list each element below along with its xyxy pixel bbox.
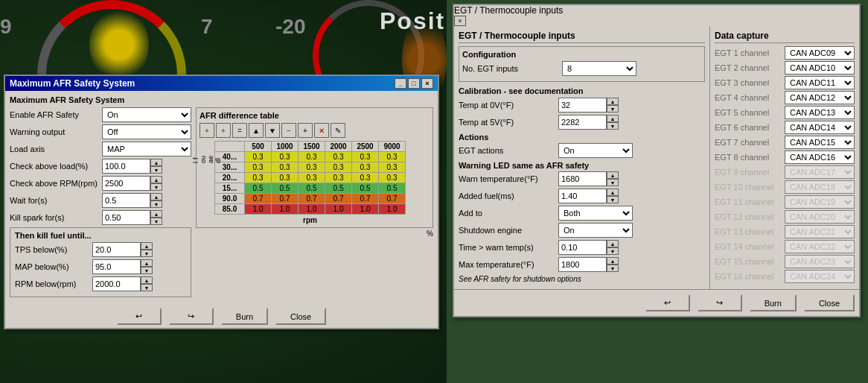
- add-to-select[interactable]: BothInjector 1Injector 2: [558, 206, 633, 221]
- check-rpm-input[interactable]: 2500: [102, 176, 150, 191]
- diff-cell-3-1[interactable]: 0.5: [272, 183, 299, 194]
- diff-cell-1-2[interactable]: 0.3: [299, 162, 325, 173]
- tps-up[interactable]: ▲: [141, 242, 153, 250]
- diff-cell-0-3[interactable]: 0.3: [325, 152, 352, 162]
- diff-cell-2-1[interactable]: 0.3: [272, 173, 299, 183]
- diff-cell-0-2[interactable]: 0.3: [299, 152, 325, 162]
- warn-temp-down[interactable]: ▼: [607, 179, 619, 186]
- map-down[interactable]: ▼: [141, 267, 153, 274]
- afr-burn-btn[interactable]: Burn: [221, 308, 268, 325]
- channel-select-7[interactable]: CAN ADC16: [785, 151, 855, 164]
- diff-cell-2-4[interactable]: 0.3: [352, 173, 379, 183]
- diff-cell-5-5[interactable]: 1.0: [379, 204, 406, 215]
- temp-0v-down[interactable]: ▼: [607, 105, 619, 113]
- diff-cell-4-1[interactable]: 0.7: [272, 194, 299, 204]
- egt-close-btn[interactable]: ×: [454, 16, 466, 26]
- diff-cell-5-3[interactable]: 1.0: [325, 204, 352, 215]
- afr-minimize-btn[interactable]: _: [395, 78, 406, 89]
- warn-temp-up[interactable]: ▲: [607, 171, 619, 179]
- diff-cell-2-3[interactable]: 0.3: [325, 173, 352, 183]
- kill-spark-down[interactable]: ▼: [150, 218, 162, 225]
- diff-cell-2-0[interactable]: 0.3: [245, 173, 272, 183]
- map-input[interactable]: 95.0: [92, 259, 141, 274]
- diff-cell-0-4[interactable]: 0.3: [352, 152, 379, 162]
- channel-select-6[interactable]: CAN ADC15: [785, 136, 855, 149]
- afr-close-btn[interactable]: ×: [421, 78, 433, 89]
- check-rpm-up[interactable]: ▲: [150, 176, 162, 183]
- check-rpm-down[interactable]: ▼: [150, 183, 162, 191]
- diff-cell-4-4[interactable]: 0.7: [352, 194, 379, 204]
- channel-select-0[interactable]: CAN ADC09: [785, 46, 855, 60]
- temp-5v-down[interactable]: ▼: [607, 122, 619, 130]
- temp-0v-input[interactable]: [558, 98, 607, 113]
- diff-cell-5-2[interactable]: 1.0: [299, 204, 325, 215]
- egt-close-main-btn[interactable]: Close: [804, 294, 855, 311]
- wait-up[interactable]: ▲: [150, 193, 162, 200]
- temp-0v-up[interactable]: ▲: [607, 98, 619, 105]
- added-fuel-down[interactable]: ▼: [607, 196, 619, 203]
- load-select[interactable]: MAPTPS: [102, 142, 191, 156]
- diff-cell-4-2[interactable]: 0.7: [299, 194, 325, 204]
- rpm-below-input[interactable]: 2000.0: [92, 276, 141, 291]
- warn-temp-input[interactable]: [558, 171, 607, 186]
- diff-cell-3-5[interactable]: 0.5: [379, 183, 406, 194]
- rpm-below-down[interactable]: ▼: [141, 284, 153, 291]
- diff-cell-0-1[interactable]: 0.3: [272, 152, 299, 162]
- rpm-below-up[interactable]: ▲: [141, 276, 153, 284]
- diff-btn-equals[interactable]: =: [232, 123, 247, 138]
- time-warn-input[interactable]: [558, 240, 607, 255]
- max-temp-up[interactable]: ▲: [607, 257, 619, 265]
- kill-spark-input[interactable]: 0.50: [102, 210, 150, 225]
- diff-btn-plus[interactable]: +: [298, 123, 313, 138]
- diff-cell-1-3[interactable]: 0.3: [325, 162, 352, 173]
- kill-spark-up[interactable]: ▲: [150, 210, 162, 218]
- check-load-up[interactable]: ▲: [150, 159, 162, 166]
- no-egt-select[interactable]: 8416: [562, 61, 636, 76]
- egt-burn-btn[interactable]: Burn: [750, 294, 797, 311]
- diff-btn-add-row[interactable]: +: [200, 123, 214, 138]
- diff-cell-1-0[interactable]: 0.3: [245, 162, 272, 173]
- tps-down[interactable]: ▼: [141, 250, 153, 257]
- afr-undo-btn[interactable]: ↩: [117, 308, 162, 325]
- added-fuel-input[interactable]: [558, 189, 607, 203]
- diff-cell-0-5[interactable]: 0.3: [379, 152, 406, 162]
- egt-undo-btn[interactable]: ↩: [645, 294, 690, 311]
- diff-btn-minus[interactable]: −: [281, 123, 296, 138]
- check-load-down[interactable]: ▼: [150, 166, 162, 174]
- wait-input[interactable]: 0.5: [102, 193, 150, 208]
- diff-cell-1-1[interactable]: 0.3: [272, 162, 299, 173]
- max-temp-down[interactable]: ▼: [607, 265, 619, 272]
- diff-cell-4-3[interactable]: 0.7: [325, 194, 352, 204]
- diff-btn-down[interactable]: ▼: [265, 123, 280, 138]
- egt-actions-select[interactable]: OnOff: [558, 143, 633, 158]
- diff-cell-1-5[interactable]: 0.3: [379, 162, 406, 173]
- shutdown-select[interactable]: OnOff: [558, 223, 633, 238]
- diff-cell-0-0[interactable]: 0.3: [245, 152, 272, 162]
- channel-select-2[interactable]: CAN ADC11: [785, 76, 855, 89]
- check-load-input[interactable]: 100.0: [102, 159, 150, 174]
- map-up[interactable]: ▲: [141, 259, 153, 267]
- diff-cell-3-2[interactable]: 0.5: [299, 183, 325, 194]
- diff-cell-3-0[interactable]: 0.5: [245, 183, 272, 194]
- diff-btn-up[interactable]: ▲: [249, 123, 264, 138]
- temp-5v-up[interactable]: ▲: [607, 115, 619, 122]
- channel-select-5[interactable]: CAN ADC14: [785, 121, 855, 134]
- diff-cell-5-1[interactable]: 1.0: [272, 204, 299, 215]
- time-warn-down[interactable]: ▼: [607, 247, 619, 255]
- diff-cell-5-0[interactable]: 1.0: [245, 204, 272, 215]
- afr-maximize-btn[interactable]: □: [408, 78, 420, 89]
- diff-btn-x[interactable]: ✕: [314, 123, 329, 138]
- diff-cell-5-4[interactable]: 1.0: [352, 204, 379, 215]
- afr-close-main-btn[interactable]: Close: [275, 308, 326, 325]
- diff-cell-4-5[interactable]: 0.7: [379, 194, 406, 204]
- tps-input[interactable]: 20.0: [92, 242, 141, 257]
- channel-select-4[interactable]: CAN ADC13: [785, 106, 855, 119]
- diff-cell-4-0[interactable]: 0.7: [245, 194, 272, 204]
- channel-select-3[interactable]: CAN ADC12: [785, 91, 855, 104]
- diff-cell-1-4[interactable]: 0.3: [352, 162, 379, 173]
- diff-btn-add-col[interactable]: +: [216, 123, 231, 138]
- diff-cell-2-5[interactable]: 0.3: [379, 173, 406, 183]
- enable-select[interactable]: OnOff: [102, 107, 191, 122]
- diff-cell-2-2[interactable]: 0.3: [299, 173, 325, 183]
- channel-select-1[interactable]: CAN ADC10: [785, 61, 855, 75]
